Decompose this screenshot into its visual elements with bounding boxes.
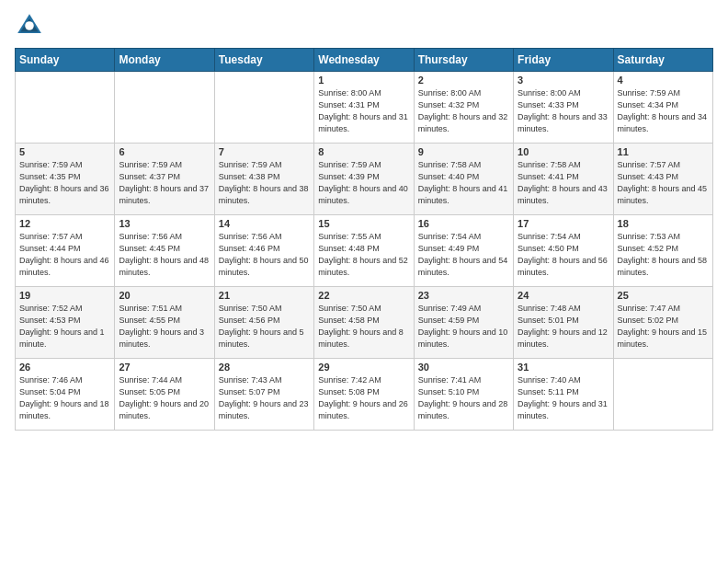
day-info: Sunrise: 7:49 AM Sunset: 4:59 PM Dayligh…: [418, 303, 509, 350]
day-number: 13: [119, 218, 210, 229]
col-monday: Monday: [115, 49, 214, 72]
day-number: 18: [618, 218, 709, 229]
day-info: Sunrise: 7:57 AM Sunset: 4:43 PM Dayligh…: [618, 159, 709, 207]
day-number: 31: [518, 362, 609, 373]
calendar-week-row: 26Sunrise: 7:46 AM Sunset: 5:04 PM Dayli…: [16, 359, 713, 431]
day-info: Sunrise: 7:52 AM Sunset: 4:53 PM Dayligh…: [19, 303, 110, 350]
day-number: 19: [19, 290, 110, 301]
svg-point-2: [25, 21, 34, 30]
day-info: Sunrise: 7:50 AM Sunset: 4:58 PM Dayligh…: [318, 303, 409, 350]
day-info: Sunrise: 7:48 AM Sunset: 5:01 PM Dayligh…: [518, 303, 609, 350]
calendar-header-row: Sunday Monday Tuesday Wednesday Thursday…: [16, 49, 713, 72]
calendar-week-row: 12Sunrise: 7:57 AM Sunset: 4:44 PM Dayli…: [16, 215, 713, 287]
table-row: 16Sunrise: 7:54 AM Sunset: 4:49 PM Dayli…: [414, 215, 513, 287]
table-row: [613, 359, 712, 431]
table-row: 29Sunrise: 7:42 AM Sunset: 5:08 PM Dayli…: [314, 359, 414, 431]
table-row: 21Sunrise: 7:50 AM Sunset: 4:56 PM Dayli…: [214, 287, 313, 359]
table-row: 4Sunrise: 7:59 AM Sunset: 4:34 PM Daylig…: [613, 72, 712, 144]
day-info: Sunrise: 7:41 AM Sunset: 5:10 PM Dayligh…: [418, 374, 509, 422]
table-row: 23Sunrise: 7:49 AM Sunset: 4:59 PM Dayli…: [414, 287, 513, 359]
table-row: 30Sunrise: 7:41 AM Sunset: 5:10 PM Dayli…: [414, 359, 513, 431]
table-row: 3Sunrise: 8:00 AM Sunset: 4:33 PM Daylig…: [514, 72, 613, 144]
day-info: Sunrise: 7:50 AM Sunset: 4:56 PM Dayligh…: [219, 303, 310, 350]
day-number: 7: [219, 146, 310, 157]
day-number: 17: [518, 218, 609, 229]
day-info: Sunrise: 7:59 AM Sunset: 4:37 PM Dayligh…: [119, 159, 210, 207]
day-number: 25: [618, 290, 709, 301]
day-info: Sunrise: 7:55 AM Sunset: 4:48 PM Dayligh…: [318, 231, 409, 279]
day-number: 28: [219, 362, 310, 373]
col-wednesday: Wednesday: [314, 49, 414, 72]
day-number: 5: [19, 146, 110, 157]
day-info: Sunrise: 7:42 AM Sunset: 5:08 PM Dayligh…: [318, 374, 409, 422]
day-number: 2: [418, 75, 509, 86]
table-row: 13Sunrise: 7:56 AM Sunset: 4:45 PM Dayli…: [115, 215, 214, 287]
day-number: 30: [418, 362, 509, 373]
table-row: 25Sunrise: 7:47 AM Sunset: 5:02 PM Dayli…: [613, 287, 712, 359]
col-tuesday: Tuesday: [214, 49, 313, 72]
day-info: Sunrise: 7:46 AM Sunset: 5:04 PM Dayligh…: [19, 374, 110, 422]
table-row: 22Sunrise: 7:50 AM Sunset: 4:58 PM Dayli…: [314, 287, 414, 359]
table-row: 8Sunrise: 7:59 AM Sunset: 4:39 PM Daylig…: [314, 144, 414, 215]
table-row: 1Sunrise: 8:00 AM Sunset: 4:31 PM Daylig…: [314, 72, 414, 144]
calendar-week-row: 1Sunrise: 8:00 AM Sunset: 4:31 PM Daylig…: [16, 72, 713, 144]
table-row: 14Sunrise: 7:56 AM Sunset: 4:46 PM Dayli…: [214, 215, 313, 287]
day-info: Sunrise: 7:40 AM Sunset: 5:11 PM Dayligh…: [518, 374, 609, 422]
day-info: Sunrise: 8:00 AM Sunset: 4:33 PM Dayligh…: [518, 87, 609, 135]
table-row: 20Sunrise: 7:51 AM Sunset: 4:55 PM Dayli…: [115, 287, 214, 359]
day-info: Sunrise: 7:56 AM Sunset: 4:45 PM Dayligh…: [119, 231, 210, 279]
table-row: 27Sunrise: 7:44 AM Sunset: 5:05 PM Dayli…: [115, 359, 214, 431]
day-info: Sunrise: 7:51 AM Sunset: 4:55 PM Dayligh…: [119, 303, 210, 350]
day-number: 16: [418, 218, 509, 229]
col-saturday: Saturday: [613, 49, 712, 72]
table-row: 9Sunrise: 7:58 AM Sunset: 4:40 PM Daylig…: [414, 144, 513, 215]
day-info: Sunrise: 7:59 AM Sunset: 4:34 PM Dayligh…: [618, 87, 709, 135]
calendar-table: Sunday Monday Tuesday Wednesday Thursday…: [15, 48, 713, 431]
calendar-week-row: 19Sunrise: 7:52 AM Sunset: 4:53 PM Dayli…: [16, 287, 713, 359]
day-info: Sunrise: 7:56 AM Sunset: 4:46 PM Dayligh…: [219, 231, 310, 279]
day-info: Sunrise: 7:59 AM Sunset: 4:39 PM Dayligh…: [318, 159, 409, 207]
day-info: Sunrise: 7:57 AM Sunset: 4:44 PM Dayligh…: [19, 231, 110, 279]
day-info: Sunrise: 8:00 AM Sunset: 4:32 PM Dayligh…: [418, 87, 509, 135]
day-info: Sunrise: 7:43 AM Sunset: 5:07 PM Dayligh…: [219, 374, 310, 422]
day-number: 8: [318, 146, 409, 157]
day-number: 15: [318, 218, 409, 229]
day-number: 14: [219, 218, 310, 229]
day-number: 11: [618, 146, 709, 157]
table-row: 17Sunrise: 7:54 AM Sunset: 4:50 PM Dayli…: [514, 215, 613, 287]
calendar-page: Sunday Monday Tuesday Wednesday Thursday…: [0, 0, 728, 563]
day-number: 3: [518, 75, 609, 86]
table-row: 5Sunrise: 7:59 AM Sunset: 4:35 PM Daylig…: [16, 144, 115, 215]
day-number: 12: [19, 218, 110, 229]
logo-icon: [15, 11, 44, 40]
table-row: [115, 72, 214, 144]
col-sunday: Sunday: [16, 49, 115, 72]
table-row: 11Sunrise: 7:57 AM Sunset: 4:43 PM Dayli…: [613, 144, 712, 215]
calendar-week-row: 5Sunrise: 7:59 AM Sunset: 4:35 PM Daylig…: [16, 144, 713, 215]
table-row: 7Sunrise: 7:59 AM Sunset: 4:38 PM Daylig…: [214, 144, 313, 215]
day-number: 10: [518, 146, 609, 157]
day-number: 6: [119, 146, 210, 157]
day-info: Sunrise: 7:59 AM Sunset: 4:35 PM Dayligh…: [19, 159, 110, 207]
table-row: 24Sunrise: 7:48 AM Sunset: 5:01 PM Dayli…: [514, 287, 613, 359]
day-info: Sunrise: 7:59 AM Sunset: 4:38 PM Dayligh…: [219, 159, 310, 207]
header: [15, 11, 713, 40]
table-row: 6Sunrise: 7:59 AM Sunset: 4:37 PM Daylig…: [115, 144, 214, 215]
day-number: 21: [219, 290, 310, 301]
col-friday: Friday: [514, 49, 613, 72]
day-info: Sunrise: 7:58 AM Sunset: 4:40 PM Dayligh…: [418, 159, 509, 207]
table-row: [214, 72, 313, 144]
day-info: Sunrise: 7:44 AM Sunset: 5:05 PM Dayligh…: [119, 374, 210, 422]
table-row: 18Sunrise: 7:53 AM Sunset: 4:52 PM Dayli…: [613, 215, 712, 287]
day-number: 23: [418, 290, 509, 301]
logo: [15, 11, 48, 40]
day-info: Sunrise: 8:00 AM Sunset: 4:31 PM Dayligh…: [318, 87, 409, 135]
day-number: 22: [318, 290, 409, 301]
day-number: 4: [618, 75, 709, 86]
day-number: 9: [418, 146, 509, 157]
day-info: Sunrise: 7:58 AM Sunset: 4:41 PM Dayligh…: [518, 159, 609, 207]
col-thursday: Thursday: [414, 49, 513, 72]
day-info: Sunrise: 7:47 AM Sunset: 5:02 PM Dayligh…: [618, 303, 709, 350]
day-number: 27: [119, 362, 210, 373]
day-info: Sunrise: 7:53 AM Sunset: 4:52 PM Dayligh…: [618, 231, 709, 279]
